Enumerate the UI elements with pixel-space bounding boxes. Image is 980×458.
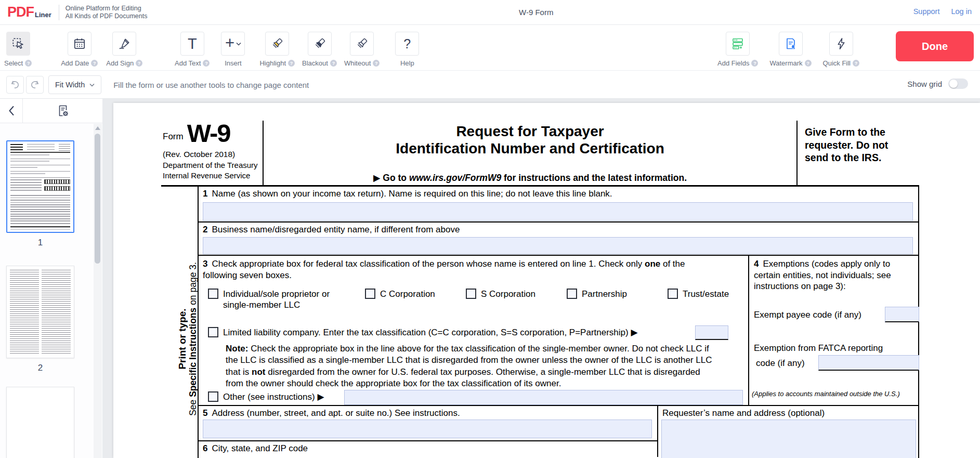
- llc-classification-input[interactable]: [695, 325, 728, 340]
- quick-fill-help-icon[interactable]: ?: [853, 60, 859, 67]
- watermark-button[interactable]: Watermark?: [769, 32, 811, 67]
- show-grid-toggle[interactable]: [948, 78, 968, 89]
- document-title: W-9 Form: [519, 8, 553, 17]
- redo-button[interactable]: [26, 76, 44, 94]
- highlight-button[interactable]: Highlight?: [259, 32, 295, 67]
- sidebar-scrollbar[interactable]: [94, 124, 102, 458]
- chevron-down-icon: [89, 83, 95, 87]
- undo-button[interactable]: [6, 76, 24, 94]
- page-2-number: 2: [6, 363, 74, 373]
- checkbox-s-corp: S Corporation: [466, 289, 535, 299]
- signature-pen-icon: [112, 32, 136, 56]
- page-3-thumbnail[interactable]: [6, 387, 74, 458]
- logo-pdf-text: PDF: [7, 5, 34, 19]
- support-link[interactable]: Support: [913, 7, 940, 16]
- partnership-checkbox[interactable]: [567, 289, 577, 299]
- business-name-input[interactable]: [203, 237, 913, 254]
- add-fields-help-icon[interactable]: ?: [751, 60, 758, 67]
- page-1-thumbnail[interactable]: [6, 140, 74, 233]
- sidebar-topbar: [0, 99, 102, 123]
- calendar-icon: [68, 32, 92, 56]
- secondary-toolbar: Fit Width Fill the form or use another t…: [0, 71, 980, 99]
- page-settings-button[interactable]: [23, 104, 102, 117]
- scroll-up-arrow[interactable]: [95, 126, 100, 130]
- collapse-sidebar-button[interactable]: [0, 99, 23, 123]
- blackout-button[interactable]: Blackout?: [302, 32, 337, 67]
- other-checkbox[interactable]: [208, 391, 218, 402]
- add-text-button[interactable]: T Add Text?: [175, 32, 210, 67]
- name-input[interactable]: [203, 202, 913, 221]
- tagline-line1: Online Platform for Editing: [66, 5, 148, 12]
- toolbar-hint-text: Fill the form or use another tools to ch…: [113, 81, 309, 89]
- column-divider: [748, 256, 749, 405]
- pdfliner-logo[interactable]: PDF Liner: [7, 5, 51, 19]
- page-2-thumbnail[interactable]: [6, 266, 74, 358]
- add-text-help-icon[interactable]: ?: [203, 60, 210, 67]
- form-id-block: Form W-9 (Rev. October 2018) Department …: [163, 122, 258, 180]
- toggle-knob: [949, 80, 958, 88]
- llc-note: Note: Check the appropriate box in the l…: [226, 343, 715, 389]
- highlighter-icon: [265, 32, 289, 56]
- tagline-line2: All Kinds of PDF Documents: [66, 12, 148, 20]
- pages-sidebar: 1 2: [0, 99, 102, 458]
- form-word: Form: [163, 132, 184, 142]
- blackout-help-icon[interactable]: ?: [330, 60, 337, 67]
- checkbox-partnership: Partnership: [567, 289, 627, 299]
- select-icon: [6, 32, 30, 56]
- chevron-left-icon: [8, 106, 15, 116]
- scrollbar-thumb[interactable]: [95, 134, 100, 264]
- help-button[interactable]: ? Help: [395, 32, 419, 67]
- line-3-4-row: 3Check appropriate box for federal tax c…: [199, 256, 918, 406]
- done-button[interactable]: Done: [896, 31, 974, 61]
- quick-fill-button[interactable]: Quick Fill?: [823, 32, 859, 67]
- form-title: Request for Taxpayer Identification Numb…: [264, 123, 796, 157]
- document-gear-icon: [56, 104, 70, 117]
- add-date-button[interactable]: Add Date?: [61, 32, 98, 67]
- undo-icon: [10, 80, 20, 90]
- line-1-row: 1Name (as shown on your income tax retur…: [199, 187, 918, 223]
- plus-chevron-icon: +: [221, 32, 245, 56]
- add-sign-help-icon[interactable]: ?: [136, 60, 142, 67]
- c-corporation-checkbox[interactable]: [365, 289, 375, 299]
- checkbox-individual: Individual/sole proprietor or single-mem…: [208, 289, 343, 310]
- other-input[interactable]: [344, 390, 743, 405]
- tagline: Online Platform for Editing All Kinds of…: [66, 5, 148, 20]
- add-date-help-icon[interactable]: ?: [91, 60, 98, 67]
- page-1-number: 1: [6, 238, 74, 248]
- add-fields-button[interactable]: Add Fields?: [717, 32, 758, 67]
- exempt-payee-code-input[interactable]: [885, 307, 919, 322]
- insert-button[interactable]: + Insert: [221, 32, 245, 67]
- address-input[interactable]: [203, 420, 652, 438]
- watermark-help-icon[interactable]: ?: [805, 60, 812, 67]
- logo-liner-text: Liner: [35, 11, 51, 19]
- select-tool-button[interactable]: Select?: [4, 32, 32, 67]
- add-sign-button[interactable]: Add Sign?: [106, 32, 142, 67]
- document-canvas: Form W-9 (Rev. October 2018) Department …: [102, 99, 980, 458]
- logo-divider: [59, 5, 59, 20]
- zoom-level-select[interactable]: Fit Width: [48, 75, 101, 94]
- whiteout-marker-icon: [350, 32, 374, 56]
- form-goto-line: ▶ Go to www.irs.gov/FormW9 for instructi…: [264, 173, 796, 184]
- highlight-help-icon[interactable]: ?: [288, 60, 295, 67]
- blackout-marker-icon: [308, 32, 332, 56]
- w9-page: Form W-9 (Rev. October 2018) Department …: [113, 103, 980, 458]
- main-toolbar: Select? Add Date? Add Sign? T Add Text? …: [0, 25, 980, 71]
- fields-icon: [726, 32, 750, 56]
- fatca-code-input[interactable]: [818, 355, 919, 371]
- header-divider-right: [796, 121, 798, 186]
- select-help-icon[interactable]: ?: [25, 60, 32, 67]
- form-department: Department of the Treasury: [163, 161, 258, 169]
- individual-checkbox[interactable]: [208, 289, 218, 299]
- question-icon: ?: [395, 32, 419, 56]
- form-number: W-9: [187, 122, 230, 145]
- watermark-doc-icon: [779, 32, 803, 56]
- print-or-type-sidenote: Print or type. See Specific Instructions…: [177, 242, 198, 436]
- llc-checkbox[interactable]: [208, 327, 218, 337]
- whiteout-button[interactable]: Whiteout?: [344, 32, 380, 67]
- trust-estate-checkbox[interactable]: [668, 289, 678, 299]
- s-corporation-checkbox[interactable]: [466, 289, 476, 299]
- login-link[interactable]: Log in: [951, 7, 972, 16]
- text-icon: T: [180, 32, 204, 56]
- whiteout-help-icon[interactable]: ?: [373, 60, 380, 67]
- requester-input[interactable]: [661, 420, 916, 458]
